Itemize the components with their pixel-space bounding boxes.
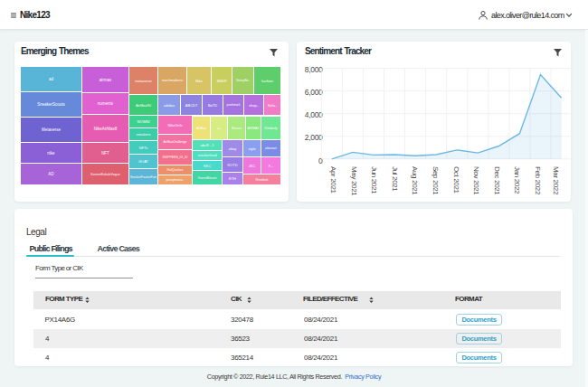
svg-text:2,000: 2,000: [305, 133, 323, 142]
svg-text:May 2021: May 2021: [350, 166, 358, 196]
svg-text:8,000: 8,000: [305, 65, 323, 74]
svg-text:Apr 2021: Apr 2021: [329, 166, 337, 194]
svg-text:0: 0: [318, 156, 323, 165]
svg-text:4,000: 4,000: [305, 110, 323, 119]
svg-text:Mar 2022: Mar 2022: [552, 166, 560, 195]
svg-text:Nov 2021: Nov 2021: [472, 166, 480, 195]
svg-text:Oct 2021: Oct 2021: [452, 166, 460, 194]
svg-text:Feb 2022: Feb 2022: [534, 166, 542, 195]
svg-text:Jun 2021: Jun 2021: [370, 166, 378, 194]
svg-text:6,000: 6,000: [305, 88, 323, 97]
svg-text:Sep 2021: Sep 2021: [432, 166, 440, 195]
svg-text:Jan 2022: Jan 2022: [513, 166, 521, 194]
svg-text:Aug 2021: Aug 2021: [411, 166, 419, 195]
svg-text:Jul 2021: Jul 2021: [391, 166, 399, 192]
svg-text:Dec 2021: Dec 2021: [493, 166, 501, 195]
